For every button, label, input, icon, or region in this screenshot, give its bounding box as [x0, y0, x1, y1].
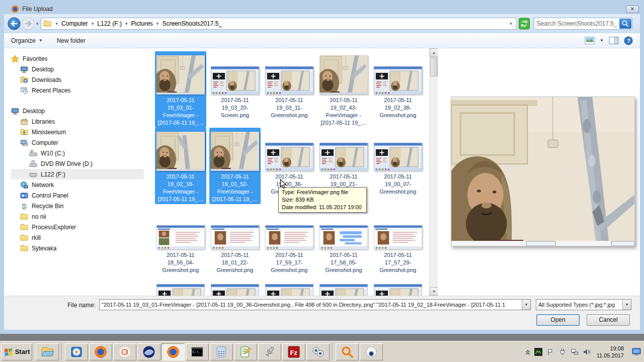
file-item[interactable]: 2017-05-11 18_01_22-Greenshot.png: [209, 206, 261, 275]
sidebar-item-libraries[interactable]: Libraries: [11, 116, 151, 127]
breadcrumb-segment[interactable]: L122 (F:): [97, 20, 122, 27]
taskbar-cmd-button[interactable]: C:\_: [186, 343, 209, 360]
vertical-scrollbar[interactable]: ▲ ▼: [429, 48, 438, 296]
file-item[interactable]: [209, 283, 261, 296]
file-item[interactable]: 2017-05-11 17_59_17-Greenshot.png: [264, 206, 315, 275]
address-bar[interactable]: ▾Computer▾L122 (F:)▾Pictures▾ScreenShoot…: [41, 18, 517, 30]
search-icon[interactable]: [619, 19, 631, 29]
sidebar-item-no-nii[interactable]: no nii: [11, 211, 151, 222]
title-bar[interactable]: File Upload ✕: [4, 0, 640, 14]
file-item[interactable]: 2017-05-11 19_00_07-Greenshot.png: [372, 128, 424, 204]
sidebar-item-w10-c-[interactable]: W10 (C:): [11, 148, 151, 158]
file-type-combobox[interactable]: All Supported Types (*.jpg;*.jpg ▼: [536, 299, 631, 310]
taskbar-filezilla-button[interactable]: Fz: [282, 343, 305, 360]
fb-screenshot-thumbnail[interactable]: [156, 225, 205, 249]
taskbar-firefox-active-button[interactable]: [162, 343, 185, 360]
sidebar-item-network[interactable]: Network: [11, 179, 151, 190]
taskbar-app-a-button[interactable]: [113, 343, 136, 360]
file-type-value[interactable]: All Supported Types (*.jpg;*.jpg: [536, 302, 622, 308]
taskbar-microphone-button[interactable]: [258, 343, 281, 360]
taskbar-explorer-button[interactable]: [36, 343, 59, 360]
app-screenshot-thumbnail[interactable]: [374, 284, 422, 296]
webcam-photo-thumbnail[interactable]: [156, 55, 205, 95]
webcam-photo-thumbnail[interactable]: [156, 132, 205, 171]
file-item[interactable]: [372, 283, 424, 296]
taskbar-wmp-button[interactable]: [65, 343, 88, 360]
fb-screenshot-thumbnail[interactable]: [265, 225, 313, 249]
sidebar-item-desktop[interactable]: Desktop: [11, 64, 151, 74]
search-input[interactable]: [534, 20, 619, 27]
app-screenshot-thumbnail[interactable]: [265, 284, 313, 296]
scroll-up-icon[interactable]: ▲: [430, 48, 438, 57]
sidebar-item-recycle-bin[interactable]: Recycle Bin: [11, 201, 151, 211]
breadcrumb-segment[interactable]: Pictures: [131, 20, 153, 27]
breadcrumb-chevron-icon[interactable]: ▾: [92, 21, 94, 26]
show-desktop-button[interactable]: [630, 343, 643, 361]
volume-icon[interactable]: [583, 348, 591, 356]
breadcrumb-segment[interactable]: Computer: [61, 20, 88, 27]
fb-screenshot-thumbnail[interactable]: [211, 225, 259, 249]
sidebar-item-dvd-rw-drive-d-[interactable]: DVD RW Drive (D:): [11, 158, 151, 169]
file-item[interactable]: 2017-05-11 19_02_43-FreeVimager - [2017-…: [318, 51, 369, 128]
app-screenshot-thumbnail[interactable]: [374, 143, 422, 171]
preview-pane-button[interactable]: [609, 36, 619, 45]
breadcrumb-segment[interactable]: ScreenShoots2017.5_: [162, 20, 222, 27]
tray-clock[interactable]: 19:08 11.05.2017: [597, 345, 624, 359]
app-screenshot-thumbnail[interactable]: [319, 284, 368, 296]
start-button[interactable]: Start: [1, 343, 32, 360]
app-screenshot-thumbnail[interactable]: [211, 284, 259, 296]
file-item[interactable]: 2017-05-11 19_02_38-Greenshot.png: [372, 51, 424, 128]
file-item[interactable]: 2017-05-11 19_03_20-Screen.png: [209, 51, 261, 128]
views-button[interactable]: [585, 36, 595, 45]
sidebar-item-ministeerium[interactable]: Ministeerium: [11, 127, 151, 137]
taskbar-firefox-button[interactable]: [89, 343, 112, 360]
close-button[interactable]: ✕: [626, 6, 639, 13]
file-item[interactable]: 2017-05-11 17_58_05-Greenshot.png: [318, 206, 369, 275]
power-plug-icon[interactable]: [558, 348, 567, 356]
flag-icon[interactable]: [546, 348, 554, 356]
taskbar-seamonkey-button[interactable]: [137, 343, 160, 360]
taskbar-calculator-button[interactable]: [210, 343, 233, 360]
file-item[interactable]: 2017-05-11 19_03_11-Greenshot.png: [264, 51, 315, 128]
file-name-combobox[interactable]: "2017-05-11 19_03_01-FreeVimager - [2017…: [99, 299, 531, 310]
app-screenshot-thumbnail[interactable]: [374, 66, 422, 95]
taskbar-eyeball-button[interactable]: [360, 343, 383, 360]
scrollbar-thumb[interactable]: [430, 57, 438, 76]
collapse-chevron-icon[interactable]: [525, 348, 530, 355]
file-item[interactable]: [155, 283, 206, 296]
new-folder-button[interactable]: New folder: [57, 37, 86, 44]
file-item[interactable]: [264, 283, 315, 296]
breadcrumb-chevron-icon[interactable]: ▾: [125, 21, 128, 26]
refresh-button[interactable]: [519, 18, 530, 30]
file-name-value[interactable]: "2017-05-11 19_03_01-FreeVimager - [2017…: [100, 302, 522, 308]
file-item[interactable]: [318, 283, 369, 296]
scroll-down-icon[interactable]: ▼: [430, 287, 438, 296]
cancel-button[interactable]: Cancel: [587, 314, 630, 326]
fb-screenshot-thumbnail[interactable]: [319, 225, 368, 249]
open-button[interactable]: Open: [536, 314, 580, 326]
breadcrumb-chevron-icon[interactable]: ▾: [56, 21, 58, 26]
app-screenshot-thumbnail[interactable]: [156, 284, 205, 296]
file-item[interactable]: 2017-05-11 19_03_01-FreeVimager - [2017-…: [155, 51, 206, 128]
nav-history-chevron-icon[interactable]: ▾: [36, 21, 39, 26]
fb-screenshot-thumbnail[interactable]: [374, 225, 422, 249]
taskbar-binoculars-button[interactable]: [306, 343, 330, 360]
back-button[interactable]: [7, 17, 21, 31]
file-item[interactable]: 2017-05-11 18_55_04-Greenshot.png: [155, 206, 206, 275]
file-item[interactable]: 2017-05-11 19_01_52-FreeVimager - [2017-…: [209, 128, 261, 204]
search-box[interactable]: [534, 18, 632, 30]
webcam-photo-thumbnail[interactable]: [211, 132, 259, 171]
sidebar-item-control-panel[interactable]: Control Panel: [11, 190, 151, 201]
webcam-photo-thumbnail[interactable]: [319, 55, 368, 95]
help-button[interactable]: ?: [624, 36, 633, 45]
file-item[interactable]: 2017-05-11 17_57_29-Greenshot.png: [372, 206, 424, 275]
sidebar-item-computer[interactable]: Computer: [11, 137, 151, 148]
forward-button[interactable]: [21, 17, 35, 31]
sidebar-item-l122-f-[interactable]: L122 (F:): [11, 169, 144, 179]
sidebar-item-downloads[interactable]: Downloads: [11, 74, 151, 85]
sidebar-item-rkill[interactable]: rkill: [11, 232, 151, 243]
sidebar-item-desktop[interactable]: Desktop: [11, 106, 151, 116]
console-activity-icon[interactable]: [534, 348, 542, 356]
file-item[interactable]: 2017-05-11 19_02_18-FreeVimager - [2017-…: [155, 128, 206, 204]
network-icon[interactable]: [571, 348, 579, 356]
